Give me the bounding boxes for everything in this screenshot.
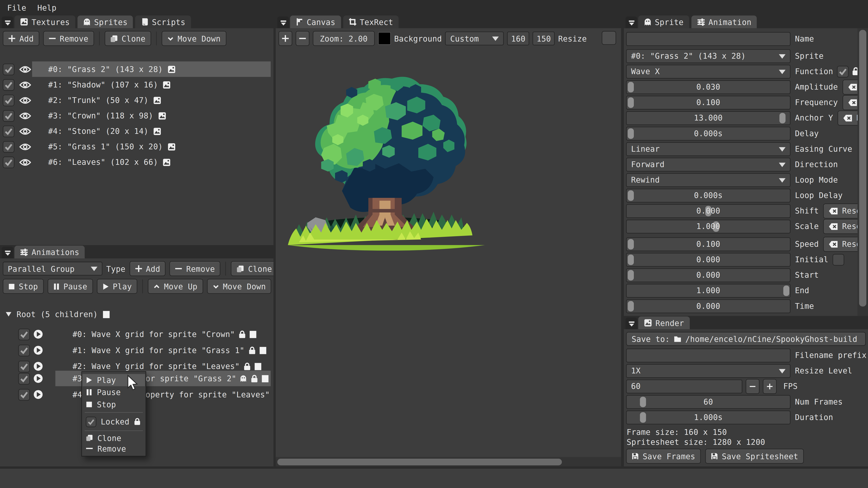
context-menu-stop[interactable]: Stop [83, 398, 145, 411]
play-button[interactable]: Play [97, 279, 137, 294]
speed-slider[interactable]: 0.100 [626, 237, 790, 251]
tab-list-button[interactable] [2, 17, 13, 28]
frequency-slider[interactable]: 0.100 [626, 96, 790, 109]
start-slider[interactable]: 0.000 [626, 268, 790, 282]
animation-enabled-checkbox[interactable] [18, 372, 30, 384]
move-sprite-down-button[interactable]: Move Down [161, 31, 226, 46]
tab-textures[interactable]: Textures [14, 15, 75, 28]
menu-file[interactable]: File [0, 3, 32, 12]
pause-button[interactable]: Pause [47, 279, 93, 294]
animation-enabled-checkbox[interactable] [18, 389, 30, 400]
resize-level-select[interactable]: 1X [626, 364, 790, 378]
anchor-y-slider[interactable]: 13.000 [626, 111, 790, 125]
sprite-row[interactable]: #2: "Trunk" (50 x 47) [3, 93, 271, 107]
tab-animations[interactable]: Animations [14, 246, 85, 258]
add-sprite-button[interactable]: Add [3, 31, 39, 46]
tab-list-button[interactable] [626, 318, 637, 329]
context-menu-locked[interactable]: Locked [83, 415, 145, 429]
sprite-visible-checkbox[interactable] [3, 94, 14, 106]
eye-icon[interactable] [19, 142, 31, 151]
move-animation-up-button[interactable]: Move Up [148, 279, 203, 294]
function-select[interactable]: Wave X [626, 64, 790, 78]
initial-slider[interactable]: 0.000 [626, 253, 790, 266]
inspector-vscrollbar[interactable] [858, 28, 868, 316]
eye-icon[interactable] [19, 65, 31, 73]
canvas-width-field[interactable]: 160 [507, 32, 529, 45]
animation-enabled-checkbox[interactable] [18, 328, 30, 340]
context-menu-remove[interactable]: Remove [83, 443, 145, 454]
tab-list-button[interactable] [626, 17, 637, 28]
remove-sprite-button[interactable]: Remove [43, 31, 94, 46]
tab-texrect[interactable]: TexRect [343, 15, 399, 28]
scale-slider[interactable]: 1.000 [626, 220, 790, 233]
loop-delay-slider[interactable]: 0.000s [626, 188, 790, 202]
circle-play-icon[interactable] [33, 373, 43, 383]
tab-list-button[interactable] [2, 247, 13, 258]
fps-input[interactable]: 60 [626, 379, 742, 393]
clone-sprite-button[interactable]: Clone [104, 31, 151, 46]
sprite-visible-checkbox[interactable] [3, 141, 14, 153]
save-to-button[interactable]: Save to: /home/encelo/nCine/SpookyGhost-… [626, 332, 866, 346]
sprite-visible-checkbox[interactable] [3, 79, 14, 91]
direction-select[interactable]: Forward [626, 157, 790, 171]
clone-animation-button[interactable]: Clone [231, 261, 274, 276]
tab-scripts[interactable]: Scripts [135, 15, 191, 28]
fps-increment-button[interactable] [763, 379, 777, 394]
eye-icon[interactable] [19, 127, 31, 135]
easing-select[interactable]: Linear [626, 142, 790, 156]
name-input[interactable] [626, 32, 790, 45]
delay-slider[interactable]: 0.000s [626, 126, 790, 140]
sprite-row[interactable]: #5: "Grass 1" (150 x 20) [3, 139, 271, 154]
circle-play-icon[interactable] [33, 361, 43, 371]
shift-slider[interactable]: 0.000 [626, 204, 790, 218]
locked-checkbox[interactable] [86, 416, 96, 427]
background-color-swatch[interactable] [378, 32, 391, 45]
sprite-row[interactable]: #0: "Grass 2" (143 x 28) [3, 62, 271, 76]
eye-icon[interactable] [19, 96, 31, 104]
inspector-vscrollbar-thumb[interactable] [859, 30, 866, 306]
end-slider[interactable]: 1.000 [626, 284, 790, 297]
sprite-row[interactable]: #6: "Leaves" (102 x 66) [3, 155, 271, 169]
canvas-sprite-tree[interactable] [285, 70, 488, 251]
tab-animation[interactable]: Animation [691, 15, 757, 28]
sprite-visible-checkbox[interactable] [3, 63, 14, 75]
animation-enabled-checkbox[interactable] [18, 360, 30, 372]
fps-decrement-button[interactable] [746, 379, 760, 394]
circle-play-icon[interactable] [33, 345, 43, 355]
zoom-in-button[interactable] [278, 31, 292, 46]
num-frames-slider[interactable]: 60 [626, 395, 790, 409]
canvas-hscrollbar-thumb[interactable] [277, 458, 562, 465]
eye-icon[interactable] [19, 111, 31, 120]
tree-expand-arrow-icon[interactable] [5, 312, 12, 317]
zoom-level-button[interactable]: Zoom: 2.00 [313, 31, 375, 46]
background-mode-select[interactable]: Custom [445, 32, 504, 45]
animation-root-row[interactable]: Root (5 children) [5, 307, 110, 322]
circle-play-icon[interactable] [33, 329, 43, 339]
save-spritesheet-button[interactable]: Save Spritesheet [705, 449, 804, 464]
tab-canvas[interactable]: Canvas [290, 15, 341, 28]
sprite-select[interactable]: #0: "Grass 2" (143 x 28) [626, 49, 790, 63]
sprite-visible-checkbox[interactable] [3, 156, 14, 168]
move-animation-down-button[interactable]: Move Down [207, 279, 272, 294]
filename-prefix-input[interactable] [626, 348, 790, 362]
resize-apply-button[interactable] [602, 31, 616, 45]
tab-sprites[interactable]: Sprites [78, 15, 133, 28]
canvas-height-field[interactable]: 150 [533, 32, 555, 45]
add-animation-button[interactable]: Add [129, 261, 166, 276]
context-menu-clone[interactable]: Clone [83, 433, 145, 443]
loop-mode-select[interactable]: Rewind [626, 173, 790, 187]
save-frames-button[interactable]: Save Frames [626, 449, 701, 464]
circle-play-icon[interactable] [33, 390, 43, 399]
amplitude-slider[interactable]: 0.030 [626, 80, 790, 94]
animation-enabled-checkbox[interactable] [18, 345, 30, 356]
menu-help[interactable]: Help [32, 3, 62, 12]
eye-icon[interactable] [19, 158, 31, 166]
duration-slider[interactable]: 1.000s [626, 410, 790, 424]
animation-row[interactable]: #1: Wave X grid for sprite "Grass 1" [18, 343, 271, 358]
stop-button[interactable]: Stop [3, 279, 43, 294]
sprite-visible-checkbox[interactable] [3, 110, 14, 122]
eye-icon[interactable] [19, 80, 31, 89]
sprite-row[interactable]: #4: "Stone" (20 x 14) [3, 124, 271, 138]
sprite-visible-checkbox[interactable] [3, 125, 14, 137]
animation-type-select[interactable]: Parallel Group [3, 262, 102, 275]
